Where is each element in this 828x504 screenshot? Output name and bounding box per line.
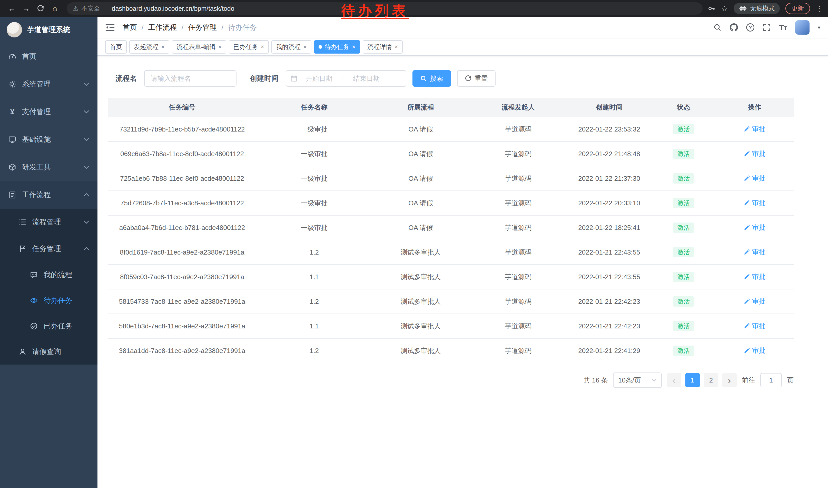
total-count: 共 16 条 — [584, 376, 608, 385]
app-logo[interactable]: 芋道管理系统 — [0, 17, 97, 43]
chevron-down-icon — [652, 379, 657, 382]
prev-page-button[interactable]: ‹ — [667, 373, 681, 387]
dashboard-icon — [8, 53, 16, 60]
breadcrumb-home[interactable]: 首页 — [123, 22, 137, 32]
browser-update-button[interactable]: 更新 — [785, 3, 810, 14]
browser-menu-icon[interactable]: ⋮ — [816, 4, 823, 13]
approve-link[interactable]: 审批 — [744, 198, 765, 208]
sidebar-item-label: 支付管理 — [22, 107, 51, 117]
approve-link[interactable]: 审批 — [744, 321, 765, 330]
edit-icon — [744, 150, 750, 156]
tab-close-icon[interactable]: × — [218, 44, 222, 50]
breadcrumb-task-management[interactable]: 任务管理 — [188, 22, 217, 32]
sidebar-item-my-process[interactable]: 我的流程 — [0, 262, 97, 288]
reset-button[interactable]: 重置 — [457, 70, 496, 87]
tab-close-icon[interactable]: × — [395, 44, 398, 50]
tab-todo-tasks[interactable]: 待办任务 × — [314, 40, 360, 54]
help-icon[interactable]: ? — [746, 23, 754, 32]
cell-task-name: 1.2 — [256, 338, 372, 363]
process-name-input[interactable] — [144, 70, 237, 87]
cell-task-name: 1.1 — [256, 314, 372, 338]
breadcrumb-workflow[interactable]: 工作流程 — [148, 22, 177, 32]
font-size-icon[interactable]: TT — [779, 23, 787, 32]
cell-task-id: 725a1eb6-7b88-11ec-8ef0-acde48001122 — [108, 166, 256, 191]
tab-process-detail[interactable]: 流程详情 × — [363, 40, 403, 54]
browser-home-icon[interactable]: ⌂ — [48, 2, 61, 15]
tab-home[interactable]: 首页 — [105, 40, 127, 54]
column-header-starter: 流程发起人 — [469, 98, 567, 117]
sidebar: 芋道管理系统 首页 系统管理 ¥ 支付管理 基础设施 — [0, 17, 97, 488]
status-badge: 激活 — [673, 223, 694, 233]
edit-icon — [744, 175, 750, 181]
filter-bar: 流程名 创建时间 - 搜索 重置 — [115, 70, 818, 87]
approve-link[interactable]: 审批 — [744, 272, 765, 281]
gear-icon — [8, 80, 16, 88]
cell-task-name: 1.1 — [256, 265, 372, 289]
column-header-actions: 操作 — [716, 98, 794, 117]
tab-my-process[interactable]: 我的流程 × — [272, 40, 312, 54]
sidebar-item-done-tasks[interactable]: 已办任务 — [0, 313, 97, 339]
sidebar-item-home[interactable]: 首页 — [0, 43, 97, 70]
search-button[interactable]: 搜索 — [412, 70, 451, 87]
security-label[interactable]: 不安全 — [82, 4, 100, 12]
sidebar-item-process-management[interactable]: 流程管理 — [0, 209, 97, 235]
sidebar-item-task-management[interactable]: 任务管理 — [0, 235, 97, 262]
fullscreen-icon[interactable] — [762, 23, 771, 32]
start-date-input[interactable] — [299, 75, 340, 83]
approve-link[interactable]: 审批 — [744, 149, 765, 158]
table-row: a6aba0a4-7b6d-11ec-b781-acde48001122 一级审… — [108, 215, 794, 240]
tab-process-form-edit[interactable]: 流程表单-编辑 × — [172, 40, 226, 54]
sidebar-item-leave-query[interactable]: 请假查询 — [0, 339, 97, 365]
password-key-icon[interactable] — [708, 5, 715, 12]
sidebar-item-payment[interactable]: ¥ 支付管理 — [0, 98, 97, 126]
tab-start-process[interactable]: 发起流程 × — [129, 40, 169, 54]
avatar-dropdown-caret-icon[interactable]: ▾ — [818, 25, 820, 31]
approve-link[interactable]: 审批 — [744, 346, 765, 355]
sidebar-item-system[interactable]: 系统管理 — [0, 70, 97, 98]
page-size-select[interactable]: 10条/页 — [613, 372, 662, 388]
tab-close-icon[interactable]: × — [303, 44, 307, 50]
tab-done-tasks[interactable]: 已办任务 × — [229, 40, 269, 54]
sidebar-item-label: 待办任务 — [44, 295, 72, 305]
sidebar-toggle-icon[interactable] — [105, 23, 115, 32]
cell-starter: 芋道源码 — [469, 265, 567, 289]
browser-back-icon[interactable]: ← — [5, 2, 18, 15]
search-icon[interactable] — [713, 23, 721, 32]
sidebar-item-workflow[interactable]: 工作流程 — [0, 181, 97, 209]
sidebar-item-label: 请假查询 — [32, 347, 61, 357]
user-avatar[interactable] — [795, 20, 810, 35]
page-button-1[interactable]: 1 — [686, 373, 700, 387]
browser-forward-icon[interactable]: → — [19, 2, 33, 15]
tab-close-icon[interactable]: × — [161, 44, 165, 50]
cell-created: 2022-01-22 23:53:32 — [567, 117, 652, 141]
date-range-picker[interactable]: - — [286, 70, 406, 87]
status-badge: 激活 — [673, 173, 694, 184]
sidebar-item-label: 我的流程 — [44, 270, 72, 280]
browser-reload-icon[interactable] — [34, 2, 47, 15]
next-page-button[interactable]: › — [722, 373, 737, 387]
sidebar-item-dev-tools[interactable]: 研发工具 — [0, 153, 97, 181]
goto-unit: 页 — [787, 376, 794, 385]
sidebar-item-todo-tasks[interactable]: 待办任务 — [0, 288, 97, 313]
tab-label: 我的流程 — [276, 43, 301, 51]
bookmark-star-icon[interactable]: ☆ — [721, 4, 728, 13]
table-row: 8f0d1619-7ac8-11ec-a9e2-a2380e71991a 1.2… — [108, 240, 794, 265]
approve-link[interactable]: 审批 — [744, 125, 765, 134]
goto-page-input[interactable] — [760, 373, 782, 387]
tab-close-icon[interactable]: × — [261, 44, 264, 50]
approve-link[interactable]: 审批 — [744, 223, 765, 232]
chevron-down-icon — [84, 110, 89, 113]
approve-link[interactable]: 审批 — [744, 248, 765, 257]
end-date-input[interactable] — [346, 75, 387, 83]
cell-created: 2022-01-21 22:42:23 — [567, 289, 652, 314]
incognito-label: 无痕模式 — [750, 4, 775, 12]
page-button-2[interactable]: 2 — [704, 373, 718, 387]
search-icon — [420, 75, 427, 82]
tab-close-icon[interactable]: × — [352, 44, 356, 50]
github-icon[interactable] — [730, 23, 738, 32]
approve-link[interactable]: 审批 — [744, 297, 765, 306]
edit-icon — [744, 323, 750, 329]
todo-table: 任务编号 任务名称 所属流程 流程发起人 创建时间 状态 操作 — [108, 98, 794, 363]
approve-link[interactable]: 审批 — [744, 174, 765, 183]
sidebar-item-infrastructure[interactable]: 基础设施 — [0, 126, 97, 153]
